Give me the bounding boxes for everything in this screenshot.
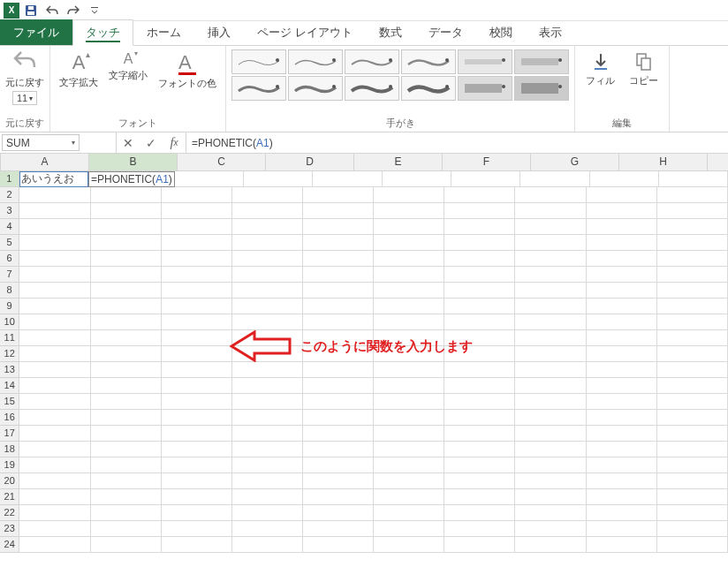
cell-D4[interactable] [232,219,303,235]
cell-A20[interactable] [19,473,90,489]
cell-I15[interactable] [587,394,657,410]
cell-I22[interactable] [587,505,657,521]
cell-C13[interactable] [162,362,232,378]
cell-H21[interactable] [515,489,586,505]
cell-J10[interactable] [657,314,728,330]
cell-D3[interactable] [232,203,303,219]
cell-B2[interactable] [91,187,162,203]
cell-J1[interactable] [659,171,728,187]
cell-D14[interactable] [232,378,303,394]
cell-C17[interactable] [162,426,232,442]
pen-style-10[interactable] [401,76,456,101]
row-header-14[interactable]: 14 [0,378,19,394]
cell-A16[interactable] [19,410,90,426]
cell-B3[interactable] [91,203,162,219]
tab-file[interactable]: ファイル [0,19,72,45]
cell-H18[interactable] [515,442,586,457]
row-header-17[interactable]: 17 [0,426,19,442]
cell-I1[interactable] [590,171,659,187]
cell-B12[interactable] [91,346,162,362]
cell-D22[interactable] [232,505,303,521]
cell-D24[interactable] [232,537,303,553]
cell-I17[interactable] [587,426,657,442]
cell-F4[interactable] [374,219,444,235]
cell-F13[interactable] [374,362,444,378]
cell-G18[interactable] [444,442,515,457]
cell-H2[interactable] [515,187,586,203]
cell-F10[interactable] [374,314,444,330]
cell-C9[interactable] [162,299,232,314]
cell-A21[interactable] [19,489,90,505]
cell-C10[interactable] [162,314,232,330]
cell-H3[interactable] [515,203,586,219]
tab-insert[interactable]: 挿入 [194,19,244,45]
cell-C5[interactable] [162,235,232,251]
cell-D6[interactable] [232,251,303,267]
cell-I11[interactable] [587,330,657,346]
cell-E9[interactable] [303,299,374,314]
cell-B18[interactable] [91,442,162,457]
undo-large-button[interactable] [12,49,37,74]
cell-H13[interactable] [515,362,586,378]
cell-E24[interactable] [303,537,374,553]
cell-F22[interactable] [374,505,444,521]
cell-G24[interactable] [444,537,515,553]
cell-G10[interactable] [444,314,515,330]
cell-F16[interactable] [374,410,444,426]
cell-I6[interactable] [587,251,657,267]
cell-G15[interactable] [444,394,515,410]
tab-home[interactable]: ホーム [133,19,194,45]
cell-H4[interactable] [515,219,586,235]
cell-F1[interactable] [383,171,451,187]
cell-H8[interactable] [515,283,586,299]
insert-function-button[interactable]: fx [163,135,186,150]
cell-I9[interactable] [587,299,657,314]
cell-H14[interactable] [515,378,586,394]
cell-A10[interactable] [19,314,90,330]
cell-A23[interactable] [19,521,90,537]
cell-J8[interactable] [657,283,728,299]
cell-D17[interactable] [232,426,303,442]
cell-J15[interactable] [657,394,728,410]
cell-J20[interactable] [657,473,728,489]
cell-D18[interactable] [232,442,303,457]
tab-review[interactable]: 校閲 [476,19,526,45]
cell-E3[interactable] [303,203,374,219]
cell-F20[interactable] [374,473,444,489]
cell-E14[interactable] [303,378,374,394]
cell-J9[interactable] [657,299,728,314]
cell-G6[interactable] [444,251,515,267]
cell-I24[interactable] [587,537,657,553]
cell-E23[interactable] [303,521,374,537]
save-button[interactable] [21,1,41,20]
cell-I3[interactable] [587,203,657,219]
cell-B23[interactable] [91,521,162,537]
row-header-11[interactable]: 11 [0,330,19,346]
cell-I10[interactable] [587,314,657,330]
pen-style-1[interactable] [231,49,286,74]
cell-H9[interactable] [515,299,586,314]
cell-D13[interactable] [232,362,303,378]
cell-I12[interactable] [587,346,657,362]
name-box[interactable]: SUM▾ [2,134,80,151]
row-header-24[interactable]: 24 [0,537,19,553]
cell-B11[interactable] [91,330,162,346]
cell-F2[interactable] [374,187,444,203]
cell-B16[interactable] [91,410,162,426]
cell-C23[interactable] [162,521,232,537]
pen-style-2[interactable] [288,49,343,74]
cell-F6[interactable] [374,251,444,267]
cell-E22[interactable] [303,505,374,521]
undo-button[interactable] [42,1,62,20]
cell-E7[interactable] [303,267,374,283]
cell-F14[interactable] [374,378,444,394]
column-header-E[interactable]: E [354,154,443,171]
cell-F17[interactable] [374,426,444,442]
cell-G19[interactable] [444,457,515,473]
cell-J14[interactable] [657,378,728,394]
redo-button[interactable] [64,1,83,20]
cell-B10[interactable] [91,314,162,330]
pen-style-11[interactable] [458,76,512,101]
font-shrink-button[interactable]: A▾ 文字縮小 [105,49,151,84]
cell-B21[interactable] [91,489,162,505]
